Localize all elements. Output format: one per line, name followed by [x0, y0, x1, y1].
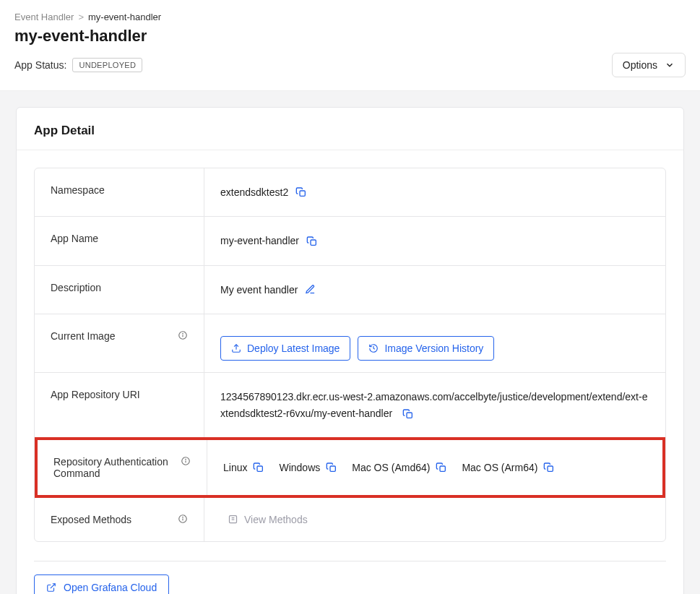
svg-point-16: [183, 517, 183, 517]
svg-rect-0: [300, 191, 305, 196]
namespace-value: extendsdktest2: [220, 184, 288, 200]
description-label: Description: [51, 282, 188, 293]
row-auth-command: Repository Authentication Command Linux: [35, 437, 665, 498]
svg-rect-11: [330, 466, 335, 471]
deploy-label: Deploy Latest Image: [247, 343, 340, 354]
svg-rect-1: [311, 240, 316, 245]
breadcrumb: Event Handler > my-event-handler: [14, 12, 686, 22]
grafana-label: Open Grafana Cloud: [64, 582, 157, 593]
breadcrumb-root[interactable]: Event Handler: [14, 12, 74, 22]
description-value: My event handler: [220, 282, 298, 298]
current-image-label: Current Image: [51, 330, 173, 342]
svg-rect-10: [257, 466, 262, 471]
auth-windows-label: Windows: [279, 460, 320, 475]
row-current-image: Current Image Deploy Latest Image Image: [35, 314, 665, 373]
row-namespace: Namespace extendsdktest2: [35, 168, 665, 217]
chevron-down-icon: [665, 60, 675, 70]
auth-linux-label: Linux: [223, 460, 247, 475]
repo-uri-value: 1234567890123.dkr.ecr.us-west-2.amazonaw…: [220, 391, 647, 418]
svg-point-4: [183, 334, 183, 335]
open-grafana-cloud-button[interactable]: Open Grafana Cloud: [34, 574, 169, 594]
info-icon[interactable]: [181, 456, 191, 466]
status-badge: UNDEPLOYED: [72, 58, 142, 72]
breadcrumb-sep: >: [78, 12, 84, 22]
svg-rect-13: [548, 466, 553, 471]
app-status-label: App Status:: [14, 59, 66, 71]
repo-uri-label: App Repository URI: [51, 389, 188, 400]
page-title: my-event-handler: [14, 27, 686, 46]
options-label: Options: [623, 59, 657, 71]
appname-value: my-event-handler: [220, 233, 299, 249]
info-icon[interactable]: [178, 330, 188, 340]
card-title: App Detail: [17, 108, 683, 150]
copy-icon[interactable]: [306, 236, 318, 247]
view-methods-label: View Methods: [244, 514, 308, 525]
copy-icon[interactable]: [253, 462, 264, 473]
app-detail-card: App Detail Namespace extendsdktest2 App …: [16, 107, 684, 594]
divider: [34, 561, 666, 561]
auth-macos-arm64-label: Mac OS (Arm64): [462, 460, 537, 475]
appname-label: App Name: [51, 233, 188, 244]
copy-icon[interactable]: [295, 186, 307, 198]
image-version-history-button[interactable]: Image Version History: [358, 336, 494, 361]
row-exposed-methods: Exposed Methods View Methods: [35, 498, 665, 541]
history-label: Image Version History: [384, 343, 483, 354]
exposed-methods-label: Exposed Methods: [51, 514, 173, 525]
breadcrumb-current: my-event-handler: [88, 12, 161, 22]
row-description: Description My event handler: [35, 266, 665, 314]
row-appname: App Name my-event-handler: [35, 217, 665, 265]
row-repo-uri: App Repository URI 1234567890123.dkr.ecr…: [35, 373, 665, 438]
namespace-label: Namespace: [51, 184, 188, 196]
auth-macos-amd64-label: Mac OS (Amd64): [352, 460, 430, 475]
view-methods-button[interactable]: View Methods: [220, 514, 308, 525]
svg-point-9: [186, 459, 186, 460]
deploy-latest-image-button[interactable]: Deploy Latest Image: [220, 336, 350, 361]
info-icon[interactable]: [178, 514, 188, 524]
svg-line-20: [51, 584, 55, 588]
detail-table: Namespace extendsdktest2 App Name my-eve…: [34, 168, 666, 542]
svg-rect-12: [440, 466, 445, 471]
copy-icon[interactable]: [436, 462, 447, 473]
auth-command-label: Repository Authentication Command: [53, 456, 176, 479]
copy-icon[interactable]: [326, 462, 337, 473]
copy-icon[interactable]: [543, 462, 555, 473]
edit-icon[interactable]: [305, 284, 316, 295]
svg-rect-6: [407, 413, 412, 418]
copy-icon[interactable]: [402, 408, 414, 420]
options-button[interactable]: Options: [612, 53, 686, 77]
